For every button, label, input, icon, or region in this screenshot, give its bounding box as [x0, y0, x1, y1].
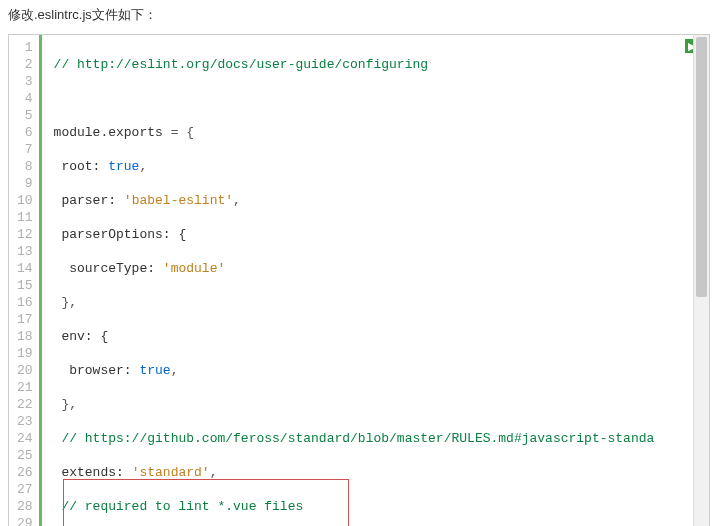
line-number: 19: [17, 345, 33, 362]
code-text: extends:: [54, 465, 132, 480]
vertical-scrollbar[interactable]: [693, 35, 709, 526]
line-number: 26: [17, 464, 33, 481]
code-text: = {: [163, 125, 194, 140]
code-text: ,: [171, 363, 179, 378]
line-number: 8: [17, 158, 33, 175]
code-keyword: true: [139, 363, 170, 378]
code-keyword: true: [108, 159, 139, 174]
line-number: 29: [17, 515, 33, 526]
line-number: 10: [17, 192, 33, 209]
line-number: 9: [17, 175, 33, 192]
code-content[interactable]: // http://eslint.org/docs/user-guide/con…: [42, 35, 709, 526]
line-number: 28: [17, 498, 33, 515]
line-number: 22: [17, 396, 33, 413]
line-number: 18: [17, 328, 33, 345]
code-comment: // https://github.com/feross/standard/bl…: [54, 431, 655, 446]
scrollbar-thumb[interactable]: [696, 37, 707, 297]
line-number: 24: [17, 430, 33, 447]
line-number: 4: [17, 90, 33, 107]
line-number: 13: [17, 243, 33, 260]
line-number: 20: [17, 362, 33, 379]
code-text: env: {: [54, 329, 109, 344]
code-text: ,: [210, 465, 218, 480]
code-container: ▶ 12345678910111213141516171819202122232…: [8, 34, 710, 526]
line-number: 16: [17, 294, 33, 311]
line-number: 11: [17, 209, 33, 226]
code-text: ,: [139, 159, 147, 174]
line-number: 7: [17, 141, 33, 158]
code-string: 'standard': [132, 465, 210, 480]
code-string: 'babel-eslint': [124, 193, 233, 208]
line-number: 21: [17, 379, 33, 396]
line-number: 15: [17, 277, 33, 294]
code-text: parser:: [54, 193, 124, 208]
line-number: 17: [17, 311, 33, 328]
code-string: 'module': [163, 261, 225, 276]
line-number: 23: [17, 413, 33, 430]
code-text: },: [54, 295, 77, 310]
code-text: browser:: [54, 363, 140, 378]
line-number: 27: [17, 481, 33, 498]
code-text: sourceType:: [54, 261, 163, 276]
line-number: 14: [17, 260, 33, 277]
line-number: 3: [17, 73, 33, 90]
code-text: ,: [233, 193, 241, 208]
code-comment: // required to lint *.vue files: [54, 499, 304, 514]
line-number: 6: [17, 124, 33, 141]
code-editor: 1234567891011121314151617181920212223242…: [9, 35, 709, 526]
heading-text: 修改.eslintrc.js文件如下：: [0, 0, 718, 34]
line-number: 5: [17, 107, 33, 124]
code-text: module.exports: [54, 125, 163, 140]
line-number: 25: [17, 447, 33, 464]
line-number: 1: [17, 39, 33, 56]
code-comment: // http://eslint.org/docs/user-guide/con…: [54, 57, 428, 72]
line-number-gutter: 1234567891011121314151617181920212223242…: [9, 35, 42, 526]
code-text: root:: [54, 159, 109, 174]
line-number: 2: [17, 56, 33, 73]
line-number: 12: [17, 226, 33, 243]
code-text: },: [54, 397, 77, 412]
code-text: parserOptions: {: [54, 227, 187, 242]
